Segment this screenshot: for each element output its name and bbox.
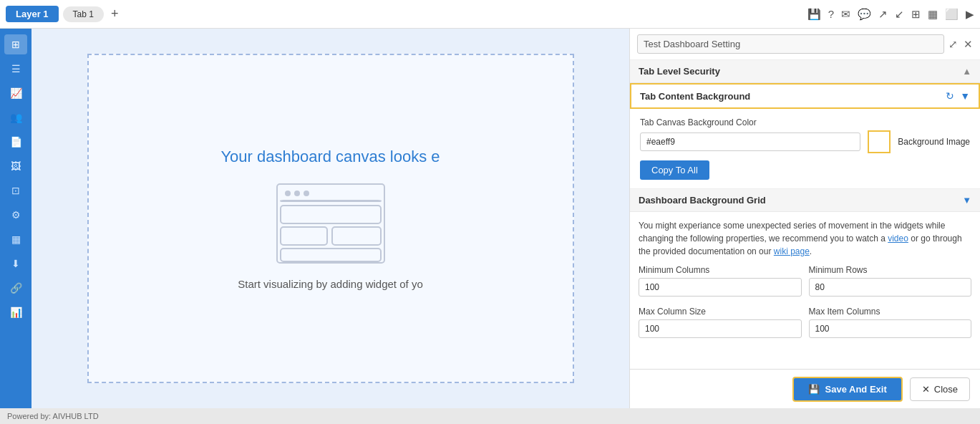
grid-desc-text-3: . <box>810 246 812 256</box>
sidebar-icon-widget[interactable]: ⊡ <box>4 180 27 201</box>
play-icon[interactable]: ▶ <box>966 8 974 21</box>
dashboard-bg-grid-label: Dashboard Background Grid <box>639 195 962 206</box>
svg-point-2 <box>294 191 300 196</box>
min-rows-field: Minimum Rows <box>809 265 972 297</box>
chat-icon[interactable]: 💬 <box>858 8 871 21</box>
save-icon[interactable]: 💾 <box>807 8 821 21</box>
dashboard-bg-grid-section: Dashboard Background Grid ▼ You might ex… <box>630 189 980 341</box>
canvas-widget-placeholder <box>273 180 388 266</box>
add-tab-button[interactable]: + <box>108 6 122 21</box>
svg-rect-5 <box>281 206 381 223</box>
panel-sections: Tab Level Security ▲ Tab Content Backgro… <box>630 60 980 408</box>
canvas-empty-title: Your dashboard canvas looks e <box>220 148 440 166</box>
save-exit-label: Save And Exit <box>825 384 887 395</box>
svg-rect-6 <box>281 227 327 245</box>
bg-image-checkbox[interactable] <box>868 130 891 153</box>
canvas-start-text: Start visualizing by adding widget of yo <box>238 278 422 290</box>
svg-point-3 <box>304 191 309 196</box>
tab-security-section[interactable]: Tab Level Security ▲ <box>630 60 980 83</box>
max-item-cols-field: Max Item Columns <box>809 307 972 338</box>
tab-content-bg-content: Tab Canvas Background Color Background I… <box>630 109 980 189</box>
panel-header: ⤢ ✕ <box>630 29 980 60</box>
sidebar-icon-grid[interactable]: ⊞ <box>4 34 27 54</box>
sidebar-icon-bar-chart[interactable]: 📊 <box>4 302 27 322</box>
sidebar-icon-download[interactable]: ⬇ <box>4 254 27 274</box>
arrow-down-left-icon[interactable]: ↙ <box>895 8 904 21</box>
close-label: Close <box>934 384 958 395</box>
tab-content-bg-chevron-down-icon[interactable]: ▼ <box>960 90 970 102</box>
svg-rect-4 <box>281 201 381 201</box>
save-and-exit-button[interactable]: 💾 Save And Exit <box>792 377 903 402</box>
tab-content-bg-label: Tab Content Background <box>640 91 946 102</box>
max-col-size-input[interactable] <box>639 319 802 338</box>
frame-icon[interactable]: ⬜ <box>945 8 959 21</box>
grid-fields-row2: Max Column Size Max Item Columns <box>630 304 980 341</box>
sidebar-icon-image[interactable]: 🖼 <box>4 156 27 176</box>
layout-icon[interactable]: ▦ <box>928 8 938 21</box>
min-rows-label: Minimum Rows <box>809 265 972 275</box>
dashboard-bg-grid-desc: You might experiance some unexpected ser… <box>630 212 980 265</box>
grid-fields-row1: Minimum Columns Minimum Rows <box>630 265 980 304</box>
dashboard-grid-chevron-down-icon[interactable]: ▼ <box>962 195 971 206</box>
arrow-up-right-icon[interactable]: ↗ <box>878 8 888 21</box>
svg-rect-8 <box>281 249 381 261</box>
sidebar-icon-settings[interactable]: ⚙ <box>4 205 27 225</box>
tab-item[interactable]: Tab 1 <box>63 6 104 22</box>
tab-content-bg-actions: ↻ ▼ <box>946 90 970 102</box>
min-columns-field: Minimum Columns <box>639 265 802 297</box>
close-button[interactable]: ✕ Close <box>910 377 970 401</box>
max-col-size-field: Max Column Size <box>639 307 802 338</box>
footer: Powered by: AIVHUB LTD <box>0 408 980 424</box>
max-col-size-label: Max Column Size <box>639 307 802 317</box>
tab-security-label: Tab Level Security <box>639 66 962 77</box>
panel-bottom-bar: 💾 Save And Exit ✕ Close <box>630 369 980 408</box>
max-item-cols-label: Max Item Columns <box>809 307 972 317</box>
min-columns-label: Minimum Columns <box>639 265 802 275</box>
right-panel: ⤢ ✕ Tab Level Security ▲ Tab Content Bac… <box>629 29 980 408</box>
close-panel-icon[interactable]: ✕ <box>964 38 973 51</box>
tab-content-bg-header[interactable]: Tab Content Background ↻ ▼ <box>630 83 980 109</box>
panel-title-input[interactable] <box>637 34 944 54</box>
tab-item-label: Tab 1 <box>73 9 94 19</box>
sidebar-icon-share[interactable]: 🔗 <box>4 278 27 298</box>
refresh-icon[interactable]: ↻ <box>946 90 954 102</box>
topbar: Layer 1 Tab 1 + 💾 ? ✉ 💬 ↗ ↙ ⊞ ▦ ⬜ ▶ <box>0 0 980 29</box>
main-layout: ⊞ ☰ 📈 👥 📄 🖼 ⊡ ⚙ ▦ ⬇ 🔗 📊 Your dashboard c… <box>0 29 980 408</box>
bg-image-label: Background Image <box>898 137 970 147</box>
expand-icon[interactable]: ⤢ <box>949 38 958 51</box>
panel-header-icons: ⤢ ✕ <box>949 38 973 51</box>
sidebar-icon-list[interactable]: ☰ <box>4 59 27 79</box>
sidebar-icon-chart[interactable]: 📈 <box>4 83 27 103</box>
sidebar-icon-table[interactable]: ▦ <box>4 229 27 249</box>
min-rows-input[interactable] <box>809 278 972 297</box>
svg-rect-7 <box>332 227 381 245</box>
min-columns-input[interactable] <box>639 278 802 297</box>
grid-view-icon[interactable]: ⊞ <box>911 8 921 21</box>
security-chevron-up-icon: ▲ <box>962 66 971 77</box>
dashboard-bg-grid-header[interactable]: Dashboard Background Grid ▼ <box>630 189 980 212</box>
wiki-link[interactable]: wiki page <box>774 246 810 256</box>
close-x-icon: ✕ <box>922 384 930 395</box>
help-icon[interactable]: ? <box>828 8 834 20</box>
topbar-icons: 💾 ? ✉ 💬 ↗ ↙ ⊞ ▦ ⬜ ▶ <box>807 8 974 21</box>
canvas-inner: Your dashboard canvas looks e Start visu… <box>87 54 574 383</box>
video-link[interactable]: video <box>888 233 908 244</box>
layer-tab[interactable]: Layer 1 <box>6 6 59 22</box>
max-item-cols-input[interactable] <box>809 319 972 338</box>
canvas-bg-color-input[interactable] <box>640 132 860 151</box>
svg-point-1 <box>285 191 291 196</box>
save-icon-btn: 💾 <box>808 384 820 395</box>
canvas-bg-color-row: Background Image <box>640 130 970 153</box>
tab-content-bg-section: Tab Content Background ↻ ▼ Tab Canvas Ba… <box>630 83 980 189</box>
left-sidebar: ⊞ ☰ 📈 👥 📄 🖼 ⊡ ⚙ ▦ ⬇ 🔗 📊 <box>0 29 31 408</box>
sidebar-icon-users[interactable]: 👥 <box>4 107 27 127</box>
canvas-bg-color-label: Tab Canvas Background Color <box>640 117 970 127</box>
sidebar-icon-file[interactable]: 📄 <box>4 132 27 152</box>
copy-to-all-button[interactable]: Copy To All <box>640 160 709 180</box>
mail-icon[interactable]: ✉ <box>841 8 850 21</box>
footer-text: Powered by: AIVHUB LTD <box>7 412 99 420</box>
canvas-area: Your dashboard canvas looks e Start visu… <box>31 29 629 408</box>
